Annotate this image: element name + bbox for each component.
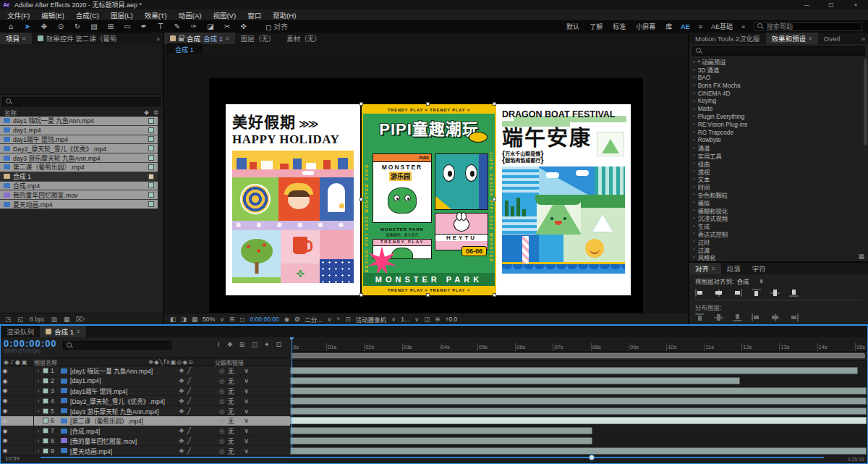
layer-duration-bar[interactable] [290, 437, 592, 444]
tab-footage[interactable]: 素材（无） [281, 33, 327, 44]
chevron-down-icon[interactable]: ∨ [244, 387, 249, 395]
label-color-chip[interactable] [148, 155, 154, 161]
effects-search[interactable] [692, 46, 865, 56]
expander-icon[interactable]: › [693, 238, 695, 245]
tool-button[interactable]: ✜ [239, 22, 249, 30]
layer-switches[interactable]: ❖╱ [176, 408, 219, 415]
project-item-row[interactable]: 第二课（葡萄乐园）.mp4 [0, 163, 158, 172]
effect-category-row[interactable]: › Keying [689, 97, 868, 105]
menu-item[interactable]: 编辑(E) [41, 10, 64, 20]
layer-row[interactable]: ◉ › 4 [Day2_摩天轮_雪儿《优秀》.mp4] ❖╱ ◎ 无 ∨ [1, 396, 290, 406]
tab-overflow-icon[interactable]: » [153, 33, 163, 44]
layer-duration-bar[interactable] [290, 447, 867, 455]
tool-button[interactable]: T [156, 22, 166, 30]
tool-button[interactable]: ✂ [222, 22, 232, 30]
layer-switches[interactable]: ❖╱ [176, 367, 219, 374]
layer-switches[interactable]: ❖╱ [176, 387, 219, 395]
navigator-knob[interactable] [589, 455, 595, 460]
av-toggle-cells[interactable] [9, 366, 34, 376]
view-layout-icon[interactable]: ▦ [192, 316, 197, 323]
tab-motion-tools[interactable]: Motion Tools 2汉化版 [689, 33, 766, 44]
menu-item[interactable]: 合成(C) [76, 10, 99, 20]
label-color-chip[interactable] [148, 118, 154, 124]
camera-view-value[interactable]: 活动摄像机 [356, 315, 387, 324]
menu-item[interactable]: 动画(A) [179, 10, 202, 20]
label-color-chip[interactable] [148, 127, 154, 133]
channels-icon[interactable]: ❂ [294, 316, 299, 323]
work-area-bar[interactable] [292, 353, 865, 358]
scrollbar-thumb[interactable] [864, 59, 867, 145]
layer-switches[interactable]: ❖╱ [176, 437, 219, 444]
label-color-chip[interactable] [148, 192, 154, 198]
label-color-chip[interactable] [43, 398, 48, 404]
parent-dropdown-value[interactable]: 无 [228, 397, 234, 405]
panel-menu-icon[interactable]: ≡ [77, 329, 80, 335]
panel-menu-icon[interactable]: ≡ [226, 35, 229, 42]
project-item-row[interactable]: day3 游乐摩天轮 九鱼Ann.mp4 [0, 153, 158, 163]
parent-dropdown-value[interactable]: 无 [228, 416, 234, 425]
effect-category-row[interactable]: › Matte [689, 105, 868, 113]
maximize-button[interactable]: ▢ [819, 1, 843, 8]
expander-icon[interactable]: › [34, 417, 43, 424]
pickwhip-icon[interactable]: ◎ [219, 397, 228, 405]
parent-dropdown-value[interactable]: 无 [228, 436, 234, 445]
layer-name[interactable]: [我的童年回忆图鉴.mov] [70, 436, 176, 445]
parent-dropdown-value[interactable]: 无 [228, 426, 234, 435]
layer-name[interactable]: [day1.mp4] [70, 377, 176, 384]
tool-button[interactable]: ⊞ [106, 22, 116, 30]
grid-guides-icon[interactable]: ⊞ [229, 316, 234, 323]
pixel-aspect-icon[interactable]: ◫ [424, 316, 430, 323]
layer-name[interactable]: [合成.mp4] [70, 426, 176, 435]
tab-effects-presets[interactable]: 效果和预设≡ [766, 33, 818, 44]
selection-handle[interactable] [359, 102, 363, 106]
current-time[interactable]: 0:00:00:00 [250, 316, 279, 323]
target-icon[interactable]: ⌖ [337, 315, 341, 323]
effect-category-row[interactable]: › 过渡 [689, 245, 868, 253]
layer-switches[interactable]: ❖╱ [176, 397, 219, 405]
name-column-header[interactable]: 名称 [4, 108, 17, 117]
pickwhip-icon[interactable]: ◎ [219, 387, 228, 395]
layer-name[interactable]: [夏天动画.mp4] [70, 447, 176, 455]
label-color-chip[interactable] [43, 418, 48, 423]
expander-icon[interactable]: › [693, 246, 695, 253]
layer-row[interactable]: ◉ › 7 [合成.mp4] ❖╱ ◎ 无 ∨ [1, 426, 290, 436]
visibility-eye-icon[interactable]: ◉ [1, 378, 9, 384]
selection-handle[interactable] [493, 102, 496, 106]
av-toggle-cells[interactable] [9, 406, 34, 416]
pickwhip-icon[interactable]: ◎ [219, 377, 228, 384]
workspace-overflow-icon[interactable]: » [741, 23, 745, 30]
visibility-eye-icon[interactable]: ◉ [1, 368, 9, 374]
av-toggle-cells[interactable] [9, 376, 34, 386]
effect-category-row[interactable]: › 扭曲 [689, 159, 868, 167]
workspace-tab-ae-basics[interactable]: AE基础 [711, 22, 733, 31]
selection-handle[interactable] [426, 102, 430, 106]
chevron-down-icon[interactable]: ∨ [391, 316, 396, 323]
current-time-display[interactable]: 0:00:00:00 [4, 339, 57, 348]
tab-render-queue[interactable]: 渲染队列 [1, 326, 40, 337]
workspace-tab[interactable]: 标准 [613, 22, 626, 31]
tab-paragraph[interactable]: 段落 [721, 263, 746, 274]
library-icon[interactable]: ◱ [17, 316, 23, 323]
effect-category-row[interactable]: › 模糊和锐化 [689, 206, 868, 214]
effect-category-row[interactable]: › 生成 [689, 222, 868, 230]
frame-blending-icon[interactable]: ◫ [251, 341, 258, 348]
label-color-chip[interactable] [148, 164, 154, 170]
workspace-tab[interactable]: 默认 [566, 22, 579, 31]
distribute-right-icon[interactable] [789, 313, 799, 321]
layer-duration-bar[interactable] [290, 408, 867, 415]
align-v-center-icon[interactable] [770, 289, 780, 297]
chevron-down-icon[interactable]: ∨ [327, 316, 331, 323]
expander-icon[interactable]: › [693, 121, 695, 127]
expander-icon[interactable]: › [693, 223, 695, 229]
parent-column-header[interactable]: 父级和链接 [215, 358, 290, 366]
label-color-chip[interactable] [148, 174, 154, 180]
layer-switches[interactable]: ❖╱ [176, 427, 219, 434]
layer-row[interactable]: ◉ › 2 [day1.mp4] ❖╱ ◎ 无 ∨ [1, 376, 290, 387]
align-toggle[interactable]: 对齐 [266, 21, 288, 32]
expander-icon[interactable]: › [693, 199, 695, 206]
graph-editor-icon[interactable]: ⊡ [276, 341, 281, 348]
tool-button[interactable]: ↻ [72, 22, 82, 30]
panel-menu-icon[interactable]: ≡ [22, 35, 26, 42]
parent-dropdown-value[interactable]: 无 [228, 366, 234, 375]
chevron-down-icon[interactable]: ∨ [244, 437, 249, 444]
